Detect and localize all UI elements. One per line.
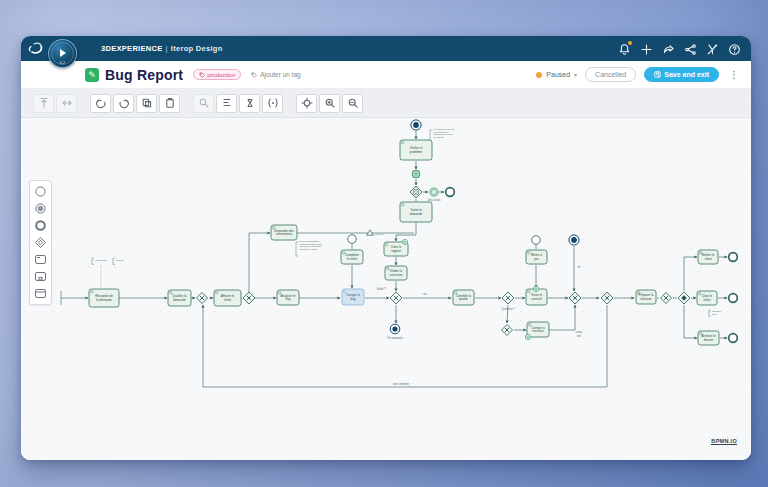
share-forward-icon[interactable] [662, 42, 675, 55]
bpmn-node-task-notifier[interactable]: Notifier leclient [698, 250, 718, 264]
bpmn-node-event-msg-2[interactable] [532, 236, 541, 245]
bpmn-node-label-loop[interactable]: non conforme [393, 382, 409, 386]
bpmn-node-label-terminate[interactable]: Fin anomalie [388, 336, 403, 340]
palette-data-store[interactable] [33, 286, 48, 301]
sequence-flow[interactable] [203, 305, 607, 387]
align-tool-button[interactable] [33, 94, 54, 113]
sequence-flow[interactable] [684, 257, 697, 291]
bpmn-node-task-correction[interactable]: Corriger lebug [342, 289, 364, 305]
search-button[interactable] [193, 94, 214, 113]
bpmn-node-task-clore[interactable]: Clore leticket [697, 291, 717, 305]
sequence-flow[interactable] [396, 222, 416, 241]
align-elements-button[interactable] [216, 94, 237, 113]
cancel-button[interactable]: Cancelled [585, 67, 636, 82]
editor-toolbar [21, 89, 751, 118]
undo-button[interactable] [90, 94, 111, 113]
bpmn-node-gateway-join[interactable] [569, 292, 581, 304]
bpmn-node-gateway-info[interactable] [243, 292, 255, 304]
palette-task[interactable] [33, 252, 48, 267]
bpmn-node-event-end-top[interactable] [446, 188, 455, 197]
bpmn-node-gateway-split[interactable] [678, 292, 690, 304]
palette-end-event[interactable] [33, 218, 48, 233]
bpmn-node-gateway-conforme[interactable] [502, 292, 514, 304]
bpmn-node-gateway-livraison[interactable] [601, 292, 613, 304]
svg-text:retourtest: retourtest [576, 330, 583, 337]
add-icon[interactable] [640, 42, 653, 55]
bpmn-node-note-cloture[interactable]: Rapportfinal [709, 310, 721, 317]
bpmn-node-task-maj[interactable]: Mettre àjour [526, 250, 547, 264]
bpmn-palette [29, 180, 52, 305]
bpmnio-watermark[interactable]: BPMN.IO [711, 438, 737, 445]
spacing-button[interactable] [239, 94, 260, 113]
bpmn-node-task-qualification[interactable]: Qualifier lademande [168, 290, 191, 306]
bpmn-node-annotation-info[interactable]: Si des informationscomplémentaires sontr… [296, 240, 322, 256]
bpmn-node-gateway-reprise[interactable] [502, 325, 513, 336]
bpmn-node-task-archiver[interactable]: Archiver ledossier [698, 331, 719, 345]
bpmn-node-task-controle[interactable]: Contrôler laqualité [453, 290, 474, 305]
paste-button[interactable] [159, 94, 180, 113]
add-tag-button[interactable]: Ajouter un tag [251, 71, 300, 78]
bpmn-node-note-priorite[interactable]: Priorité [113, 258, 125, 265]
distribute-tool-button[interactable] [56, 94, 77, 113]
selection-bounds-button[interactable] [262, 94, 283, 113]
bpmn-node-task-recorriger[interactable]: Corriger ànouveau [525, 322, 549, 340]
more-options-icon[interactable]: ⋮ [727, 69, 741, 80]
bpmn-node-gateway-valide[interactable] [390, 292, 402, 304]
bpmn-node-label-fin-test[interactable]: fin [578, 265, 581, 269]
sequence-flow[interactable] [684, 305, 697, 338]
production-badge[interactable]: production [193, 69, 241, 80]
bpmn-node-event-green-top[interactable] [412, 170, 420, 178]
bpmn-node-event-end-2[interactable] [729, 294, 738, 303]
bpmn-node-task-tester[interactable]: Tester lecorrectif [526, 286, 547, 305]
bpmn-node-event-terminate[interactable] [390, 324, 400, 334]
bpmn-node-gateway-retour[interactable] [197, 293, 208, 304]
bpmn-node-event-end-1[interactable] [729, 253, 738, 262]
share-network-icon[interactable] [684, 42, 697, 55]
sequence-flow[interactable] [549, 305, 575, 330]
bpmn-node-event-msg-1[interactable] [348, 235, 357, 244]
palette-intermediate-event[interactable] [33, 201, 48, 216]
bpmn-node-task-affectation[interactable]: Affecter leticket [214, 290, 241, 306]
bpmn-node-task-valider[interactable]: Valider lacorrection [385, 266, 407, 280]
redo-button[interactable] [113, 94, 134, 113]
bpmn-node-note-formulaire[interactable]: Formulaire [92, 258, 108, 265]
bpmn-node-task-reception[interactable]: Réception dela demande [89, 289, 119, 307]
bpmn-node-label-conforme[interactable]: Conforme ? [501, 307, 515, 311]
palette-subprocess[interactable] [33, 269, 48, 284]
palette-gateway[interactable] [33, 235, 48, 250]
notifications-bell-icon[interactable] [618, 42, 631, 55]
bpmn-node-event-relance[interactable]: Relance [367, 230, 385, 236]
bpmn-node-event-dark-2[interactable] [569, 235, 579, 245]
bpmn-node-event-end-3[interactable] [729, 334, 738, 343]
bpmn-node-task-demande-info[interactable]: Demander desinformations [271, 225, 297, 240]
status-indicator[interactable]: Paused ▾ [536, 71, 577, 78]
tools-icon[interactable] [706, 42, 719, 55]
center-view-button[interactable] [296, 94, 317, 113]
bpmn-node-task-traiter[interactable]: Traiter lademande [400, 202, 432, 222]
compass-app-icon[interactable]: 6.2 [48, 39, 77, 68]
bpmn-node-gateway-x2[interactable] [661, 293, 672, 304]
save-and-exit-button[interactable]: Save and exit [644, 67, 719, 82]
sequence-flow[interactable] [249, 233, 270, 292]
bpmn-node-label-retour[interactable]: retourtest [576, 330, 583, 337]
help-icon[interactable] [728, 42, 741, 55]
bpmn-node-label-valide[interactable]: Validé ? [376, 287, 386, 291]
bpmn-node-task-completer[interactable]: Compléterle ticket [341, 250, 363, 264]
bpmn-node-label-resolu[interactable]: Déjà résolu [427, 198, 441, 202]
bpmn-node-label-oui[interactable]: oui [423, 292, 427, 296]
bpmn-node-task-livraison[interactable]: Préparer lalivraison [636, 290, 656, 304]
zoom-in-button[interactable] [319, 94, 340, 113]
bpmn-node-gateway-top[interactable] [410, 186, 422, 198]
bpmn-node-annotation-top[interactable]: Un ticket de bug estcréé depuis leformul… [430, 128, 454, 146]
bpmn-node-event-resolu[interactable] [430, 188, 438, 196]
bpmn-node-event-start-top[interactable] [411, 120, 421, 130]
bpmn-node-task-analyse[interactable]: Analyser lebug [277, 290, 299, 305]
bpmn-node-task-verifier[interactable]: Vérifier leproblème [400, 140, 432, 160]
zoom-out-button[interactable] [342, 94, 363, 113]
copy-button[interactable] [136, 94, 157, 113]
bpmn-canvas[interactable]: Réception dela demandeFormulairePriorité… [21, 118, 751, 460]
brand-separator: | [166, 44, 168, 53]
bpmn-node-task-rapport[interactable]: Créer lerapport [384, 239, 408, 256]
palette-start-event[interactable] [33, 184, 48, 199]
desktop-background: { "topbar": { "brand": "3DEXPERIENCE", "… [0, 0, 768, 487]
